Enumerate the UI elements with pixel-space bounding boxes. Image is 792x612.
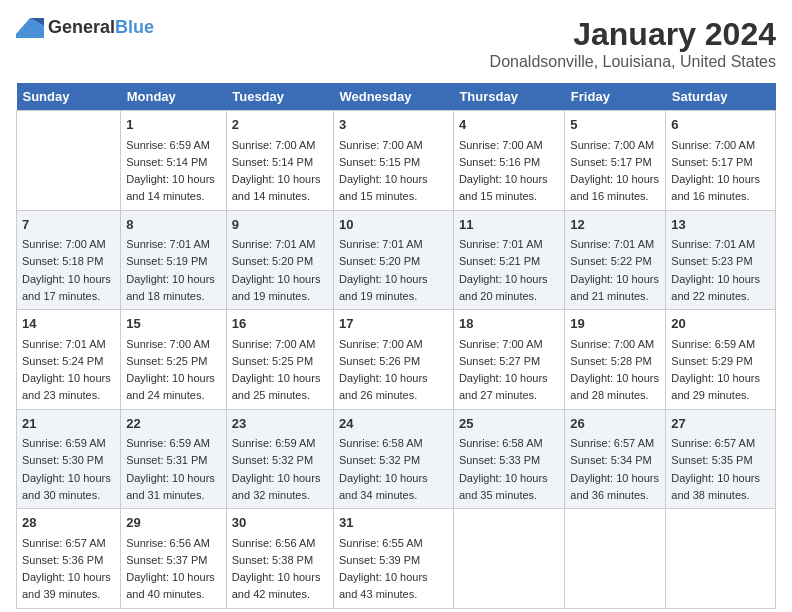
- main-title: January 2024: [490, 16, 776, 53]
- day-number: 28: [22, 513, 115, 533]
- day-number: 11: [459, 215, 559, 235]
- day-daylight: Daylight: 10 hours and 26 minutes.: [339, 372, 428, 401]
- day-daylight: Daylight: 10 hours and 36 minutes.: [570, 472, 659, 501]
- day-sunrise: Sunrise: 6:59 AM: [671, 338, 755, 350]
- day-number: 2: [232, 115, 328, 135]
- day-sunset: Sunset: 5:21 PM: [459, 255, 540, 267]
- day-sunrise: Sunrise: 6:57 AM: [671, 437, 755, 449]
- day-sunrise: Sunrise: 6:55 AM: [339, 537, 423, 549]
- logo-blue: Blue: [115, 17, 154, 37]
- day-number: 9: [232, 215, 328, 235]
- day-number: 19: [570, 314, 660, 334]
- calendar-cell: [666, 509, 776, 609]
- day-sunrise: Sunrise: 6:57 AM: [22, 537, 106, 549]
- calendar-cell: [453, 509, 564, 609]
- day-number: 1: [126, 115, 221, 135]
- day-sunrise: Sunrise: 6:57 AM: [570, 437, 654, 449]
- calendar-week-2: 7 Sunrise: 7:00 AM Sunset: 5:18 PM Dayli…: [17, 210, 776, 310]
- day-number: 26: [570, 414, 660, 434]
- calendar-cell: 12 Sunrise: 7:01 AM Sunset: 5:22 PM Dayl…: [565, 210, 666, 310]
- day-daylight: Daylight: 10 hours and 31 minutes.: [126, 472, 215, 501]
- day-daylight: Daylight: 10 hours and 39 minutes.: [22, 571, 111, 600]
- day-number: 14: [22, 314, 115, 334]
- calendar-week-3: 14 Sunrise: 7:01 AM Sunset: 5:24 PM Dayl…: [17, 310, 776, 410]
- day-sunset: Sunset: 5:20 PM: [339, 255, 420, 267]
- calendar-cell: 24 Sunrise: 6:58 AM Sunset: 5:32 PM Dayl…: [333, 409, 453, 509]
- day-daylight: Daylight: 10 hours and 17 minutes.: [22, 273, 111, 302]
- day-daylight: Daylight: 10 hours and 27 minutes.: [459, 372, 548, 401]
- day-sunset: Sunset: 5:18 PM: [22, 255, 103, 267]
- day-sunrise: Sunrise: 6:59 AM: [126, 437, 210, 449]
- day-sunset: Sunset: 5:19 PM: [126, 255, 207, 267]
- day-number: 15: [126, 314, 221, 334]
- day-sunrise: Sunrise: 7:01 AM: [126, 238, 210, 250]
- header-wednesday: Wednesday: [333, 83, 453, 111]
- day-sunset: Sunset: 5:25 PM: [126, 355, 207, 367]
- day-sunset: Sunset: 5:30 PM: [22, 454, 103, 466]
- calendar-cell: [17, 111, 121, 211]
- day-daylight: Daylight: 10 hours and 14 minutes.: [232, 173, 321, 202]
- day-sunrise: Sunrise: 7:01 AM: [22, 338, 106, 350]
- calendar-cell: 21 Sunrise: 6:59 AM Sunset: 5:30 PM Dayl…: [17, 409, 121, 509]
- day-daylight: Daylight: 10 hours and 34 minutes.: [339, 472, 428, 501]
- calendar-cell: 11 Sunrise: 7:01 AM Sunset: 5:21 PM Dayl…: [453, 210, 564, 310]
- day-number: 7: [22, 215, 115, 235]
- calendar-cell: 20 Sunrise: 6:59 AM Sunset: 5:29 PM Dayl…: [666, 310, 776, 410]
- day-daylight: Daylight: 10 hours and 14 minutes.: [126, 173, 215, 202]
- day-daylight: Daylight: 10 hours and 18 minutes.: [126, 273, 215, 302]
- day-sunset: Sunset: 5:15 PM: [339, 156, 420, 168]
- day-sunrise: Sunrise: 7:01 AM: [339, 238, 423, 250]
- day-sunset: Sunset: 5:35 PM: [671, 454, 752, 466]
- day-sunset: Sunset: 5:39 PM: [339, 554, 420, 566]
- title-block: January 2024 Donaldsonville, Louisiana, …: [490, 16, 776, 71]
- day-daylight: Daylight: 10 hours and 42 minutes.: [232, 571, 321, 600]
- day-sunrise: Sunrise: 7:00 AM: [126, 338, 210, 350]
- day-daylight: Daylight: 10 hours and 19 minutes.: [339, 273, 428, 302]
- logo-general: General: [48, 17, 115, 37]
- calendar-cell: 23 Sunrise: 6:59 AM Sunset: 5:32 PM Dayl…: [226, 409, 333, 509]
- day-sunrise: Sunrise: 6:59 AM: [22, 437, 106, 449]
- day-daylight: Daylight: 10 hours and 16 minutes.: [671, 173, 760, 202]
- day-daylight: Daylight: 10 hours and 25 minutes.: [232, 372, 321, 401]
- calendar-cell: 2 Sunrise: 7:00 AM Sunset: 5:14 PM Dayli…: [226, 111, 333, 211]
- day-sunrise: Sunrise: 7:00 AM: [570, 139, 654, 151]
- calendar-cell: 29 Sunrise: 6:56 AM Sunset: 5:37 PM Dayl…: [121, 509, 227, 609]
- day-daylight: Daylight: 10 hours and 43 minutes.: [339, 571, 428, 600]
- day-sunrise: Sunrise: 7:00 AM: [232, 338, 316, 350]
- day-daylight: Daylight: 10 hours and 16 minutes.: [570, 173, 659, 202]
- calendar-week-4: 21 Sunrise: 6:59 AM Sunset: 5:30 PM Dayl…: [17, 409, 776, 509]
- calendar-cell: 22 Sunrise: 6:59 AM Sunset: 5:31 PM Dayl…: [121, 409, 227, 509]
- day-sunrise: Sunrise: 7:00 AM: [339, 338, 423, 350]
- day-daylight: Daylight: 10 hours and 23 minutes.: [22, 372, 111, 401]
- day-sunrise: Sunrise: 7:00 AM: [22, 238, 106, 250]
- day-sunrise: Sunrise: 7:01 AM: [671, 238, 755, 250]
- day-daylight: Daylight: 10 hours and 38 minutes.: [671, 472, 760, 501]
- day-daylight: Daylight: 10 hours and 19 minutes.: [232, 273, 321, 302]
- calendar-cell: 30 Sunrise: 6:56 AM Sunset: 5:38 PM Dayl…: [226, 509, 333, 609]
- day-number: 13: [671, 215, 770, 235]
- day-sunset: Sunset: 5:16 PM: [459, 156, 540, 168]
- day-daylight: Daylight: 10 hours and 40 minutes.: [126, 571, 215, 600]
- day-sunset: Sunset: 5:17 PM: [570, 156, 651, 168]
- calendar-cell: [565, 509, 666, 609]
- day-daylight: Daylight: 10 hours and 22 minutes.: [671, 273, 760, 302]
- day-sunset: Sunset: 5:17 PM: [671, 156, 752, 168]
- day-sunset: Sunset: 5:28 PM: [570, 355, 651, 367]
- day-sunset: Sunset: 5:27 PM: [459, 355, 540, 367]
- day-sunrise: Sunrise: 6:59 AM: [126, 139, 210, 151]
- calendar-cell: 28 Sunrise: 6:57 AM Sunset: 5:36 PM Dayl…: [17, 509, 121, 609]
- day-daylight: Daylight: 10 hours and 35 minutes.: [459, 472, 548, 501]
- day-daylight: Daylight: 10 hours and 30 minutes.: [22, 472, 111, 501]
- day-number: 17: [339, 314, 448, 334]
- day-sunrise: Sunrise: 7:00 AM: [570, 338, 654, 350]
- day-daylight: Daylight: 10 hours and 32 minutes.: [232, 472, 321, 501]
- header-saturday: Saturday: [666, 83, 776, 111]
- day-sunrise: Sunrise: 7:00 AM: [459, 139, 543, 151]
- calendar-cell: 14 Sunrise: 7:01 AM Sunset: 5:24 PM Dayl…: [17, 310, 121, 410]
- day-sunset: Sunset: 5:38 PM: [232, 554, 313, 566]
- day-sunset: Sunset: 5:22 PM: [570, 255, 651, 267]
- calendar-week-5: 28 Sunrise: 6:57 AM Sunset: 5:36 PM Dayl…: [17, 509, 776, 609]
- calendar-cell: 6 Sunrise: 7:00 AM Sunset: 5:17 PM Dayli…: [666, 111, 776, 211]
- day-daylight: Daylight: 10 hours and 15 minutes.: [339, 173, 428, 202]
- calendar-cell: 15 Sunrise: 7:00 AM Sunset: 5:25 PM Dayl…: [121, 310, 227, 410]
